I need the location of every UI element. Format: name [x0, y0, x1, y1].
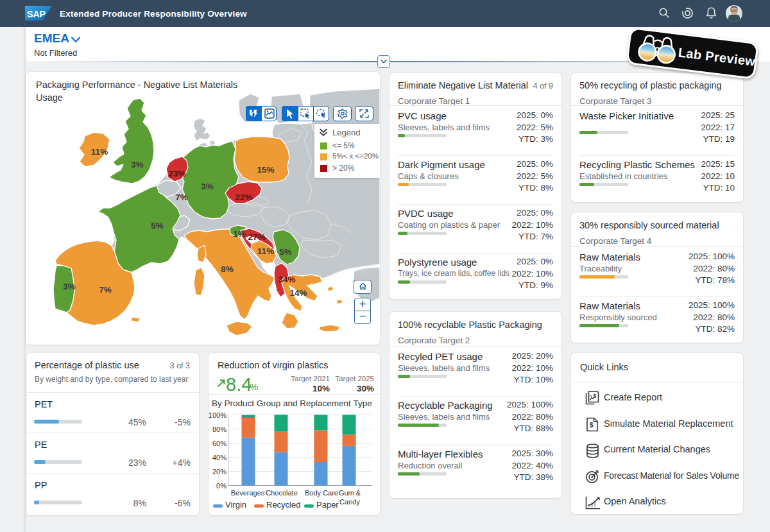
- svg-text:40%: 40%: [212, 454, 227, 461]
- svg-text:34%: 34%: [278, 275, 295, 284]
- svg-text:8%: 8%: [221, 264, 234, 274]
- svg-text:Body Care: Body Care: [305, 489, 338, 497]
- svg-text:20%: 20%: [212, 468, 227, 476]
- svg-text:7%: 7%: [99, 285, 112, 295]
- svg-text:80%: 80%: [212, 425, 227, 433]
- svg-text:27%: 27%: [248, 232, 265, 242]
- svg-text:14%: 14%: [289, 288, 307, 298]
- svg-text:60%: 60%: [212, 440, 227, 447]
- svg-text:3%: 3%: [201, 182, 214, 191]
- svg-text:Candy: Candy: [339, 498, 360, 506]
- svg-text:15%: 15%: [257, 165, 274, 175]
- svg-text:Gum &: Gum &: [339, 489, 361, 497]
- svg-text:Beverages: Beverages: [231, 489, 265, 497]
- svg-text:$: $: [590, 422, 594, 429]
- svg-text:23%: 23%: [168, 169, 185, 178]
- svg-text:3%: 3%: [63, 282, 76, 291]
- svg-text:0%: 0%: [216, 482, 227, 490]
- svg-text:7%: 7%: [175, 193, 188, 202]
- svg-text:100%: 100%: [209, 411, 227, 419]
- svg-text:5%: 5%: [151, 221, 164, 230]
- svg-text:5%: 5%: [279, 247, 292, 257]
- svg-text:1%: 1%: [233, 229, 246, 239]
- svg-text:22%: 22%: [235, 193, 252, 202]
- svg-text:3%: 3%: [131, 160, 144, 169]
- svg-text:SAP: SAP: [27, 9, 46, 19]
- svg-text:Chocolate: Chocolate: [266, 489, 298, 497]
- svg-text:11%: 11%: [257, 246, 274, 256]
- svg-text:11%: 11%: [91, 147, 108, 157]
